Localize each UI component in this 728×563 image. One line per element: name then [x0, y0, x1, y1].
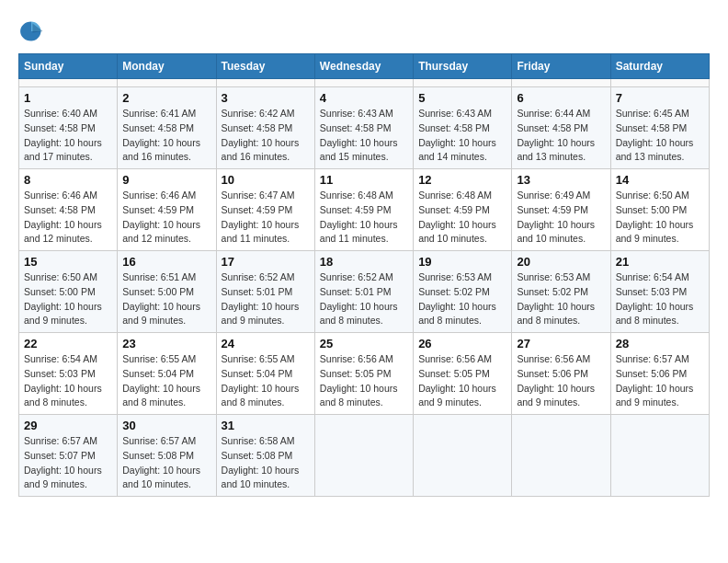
calendar-cell: 22Sunrise: 6:54 AMSunset: 5:03 PMDayligh… — [19, 333, 118, 415]
calendar-cell: 28Sunrise: 6:57 AMSunset: 5:06 PMDayligh… — [610, 333, 709, 415]
calendar-cell: 4Sunrise: 6:43 AMSunset: 4:58 PMDaylight… — [314, 87, 413, 169]
calendar-cell: 5Sunrise: 6:43 AMSunset: 4:58 PMDaylight… — [414, 87, 512, 169]
calendar-cell: 14Sunrise: 6:50 AMSunset: 5:00 PMDayligh… — [610, 169, 709, 251]
calendar-cell: 11Sunrise: 6:48 AMSunset: 4:59 PMDayligh… — [314, 169, 413, 251]
day-number: 24 — [222, 337, 310, 350]
day-number: 14 — [616, 173, 704, 187]
day-info: Sunrise: 6:57 AMSunset: 5:06 PMDaylight:… — [616, 352, 704, 410]
day-number: 6 — [517, 91, 605, 105]
col-header-wednesday: Wednesday — [314, 54, 413, 79]
day-info: Sunrise: 6:42 AMSunset: 4:58 PMDaylight:… — [222, 107, 310, 165]
day-number: 23 — [122, 337, 210, 350]
col-header-sunday: Sunday — [19, 54, 118, 79]
logo — [18, 18, 48, 44]
calendar-cell: 24Sunrise: 6:55 AMSunset: 5:04 PMDayligh… — [216, 333, 314, 415]
col-header-tuesday: Tuesday — [216, 54, 314, 79]
day-info: Sunrise: 6:43 AMSunset: 4:58 PMDaylight:… — [320, 107, 408, 165]
calendar-cell: 30Sunrise: 6:57 AMSunset: 5:08 PMDayligh… — [118, 415, 216, 497]
calendar-cell: 9Sunrise: 6:46 AMSunset: 4:59 PMDaylight… — [118, 169, 216, 251]
calendar-cell: 7Sunrise: 6:45 AMSunset: 4:58 PMDaylight… — [610, 87, 709, 169]
calendar-cell — [314, 79, 413, 87]
day-info: Sunrise: 6:46 AMSunset: 4:58 PMDaylight:… — [24, 189, 112, 247]
day-info: Sunrise: 6:50 AMSunset: 5:00 PMDaylight:… — [24, 270, 112, 328]
calendar-week-row: 15Sunrise: 6:50 AMSunset: 5:00 PMDayligh… — [19, 251, 710, 333]
day-number: 22 — [24, 337, 112, 350]
calendar-cell: 2Sunrise: 6:41 AMSunset: 4:58 PMDaylight… — [118, 87, 216, 169]
calendar-cell — [216, 79, 314, 87]
calendar-cell — [610, 79, 709, 87]
calendar-cell: 16Sunrise: 6:51 AMSunset: 5:00 PMDayligh… — [118, 251, 216, 333]
day-number: 20 — [517, 255, 605, 269]
calendar-week-row: 22Sunrise: 6:54 AMSunset: 5:03 PMDayligh… — [19, 333, 710, 415]
day-number: 5 — [418, 91, 506, 105]
day-number: 13 — [517, 173, 605, 187]
calendar-cell: 21Sunrise: 6:54 AMSunset: 5:03 PMDayligh… — [610, 251, 709, 333]
day-info: Sunrise: 6:57 AMSunset: 5:08 PMDaylight:… — [122, 434, 210, 492]
calendar-cell: 15Sunrise: 6:50 AMSunset: 5:00 PMDayligh… — [19, 251, 118, 333]
day-info: Sunrise: 6:41 AMSunset: 4:58 PMDaylight:… — [122, 107, 210, 165]
calendar-cell: 23Sunrise: 6:55 AMSunset: 5:04 PMDayligh… — [118, 333, 216, 415]
day-number: 30 — [122, 419, 210, 432]
day-info: Sunrise: 6:45 AMSunset: 4:58 PMDaylight:… — [616, 107, 704, 165]
day-info: Sunrise: 6:58 AMSunset: 5:08 PMDaylight:… — [222, 434, 310, 492]
calendar-week-row: 8Sunrise: 6:46 AMSunset: 4:58 PMDaylight… — [19, 169, 710, 251]
day-info: Sunrise: 6:40 AMSunset: 4:58 PMDaylight:… — [24, 107, 112, 165]
day-info: Sunrise: 6:46 AMSunset: 4:59 PMDaylight:… — [122, 189, 210, 247]
day-number: 7 — [616, 91, 704, 105]
calendar-table: SundayMondayTuesdayWednesdayThursdayFrid… — [18, 53, 710, 497]
calendar-cell: 3Sunrise: 6:42 AMSunset: 4:58 PMDaylight… — [216, 87, 314, 169]
day-number: 31 — [222, 419, 310, 432]
calendar-cell: 18Sunrise: 6:52 AMSunset: 5:01 PMDayligh… — [314, 251, 413, 333]
day-info: Sunrise: 6:48 AMSunset: 4:59 PMDaylight:… — [320, 189, 408, 247]
day-info: Sunrise: 6:53 AMSunset: 5:02 PMDaylight:… — [418, 270, 506, 328]
calendar-cell: 31Sunrise: 6:58 AMSunset: 5:08 PMDayligh… — [216, 415, 314, 497]
day-number: 1 — [24, 91, 112, 105]
header-row: SundayMondayTuesdayWednesdayThursdayFrid… — [19, 54, 710, 79]
calendar-cell — [512, 415, 610, 497]
col-header-monday: Monday — [118, 54, 216, 79]
day-info: Sunrise: 6:49 AMSunset: 4:59 PMDaylight:… — [517, 189, 605, 247]
col-header-thursday: Thursday — [414, 54, 512, 79]
calendar-cell — [512, 79, 610, 87]
calendar-cell: 25Sunrise: 6:56 AMSunset: 5:05 PMDayligh… — [314, 333, 413, 415]
day-info: Sunrise: 6:52 AMSunset: 5:01 PMDaylight:… — [222, 270, 310, 328]
day-info: Sunrise: 6:47 AMSunset: 4:59 PMDaylight:… — [222, 189, 310, 247]
day-info: Sunrise: 6:54 AMSunset: 5:03 PMDaylight:… — [24, 352, 112, 410]
calendar-cell: 12Sunrise: 6:48 AMSunset: 4:59 PMDayligh… — [414, 169, 512, 251]
day-number: 19 — [418, 255, 506, 269]
day-info: Sunrise: 6:43 AMSunset: 4:58 PMDaylight:… — [418, 107, 506, 165]
calendar-cell: 29Sunrise: 6:57 AMSunset: 5:07 PMDayligh… — [19, 415, 118, 497]
day-info: Sunrise: 6:57 AMSunset: 5:07 PMDaylight:… — [24, 434, 112, 492]
calendar-cell: 8Sunrise: 6:46 AMSunset: 4:58 PMDaylight… — [19, 169, 118, 251]
day-number: 21 — [616, 255, 704, 269]
calendar-cell: 17Sunrise: 6:52 AMSunset: 5:01 PMDayligh… — [216, 251, 314, 333]
day-number: 16 — [122, 255, 210, 269]
day-info: Sunrise: 6:56 AMSunset: 5:06 PMDaylight:… — [517, 352, 605, 410]
day-number: 9 — [122, 173, 210, 187]
day-info: Sunrise: 6:55 AMSunset: 5:04 PMDaylight:… — [122, 352, 210, 410]
calendar-cell — [414, 415, 512, 497]
day-info: Sunrise: 6:52 AMSunset: 5:01 PMDaylight:… — [320, 270, 408, 328]
day-number: 3 — [222, 91, 310, 105]
day-number: 15 — [24, 255, 112, 269]
day-info: Sunrise: 6:50 AMSunset: 5:00 PMDaylight:… — [616, 189, 704, 247]
calendar-cell: 13Sunrise: 6:49 AMSunset: 4:59 PMDayligh… — [512, 169, 610, 251]
calendar-cell — [314, 415, 413, 497]
calendar-cell — [118, 79, 216, 87]
calendar-week-row: 1Sunrise: 6:40 AMSunset: 4:58 PMDaylight… — [19, 87, 710, 169]
calendar-cell: 10Sunrise: 6:47 AMSunset: 4:59 PMDayligh… — [216, 169, 314, 251]
day-info: Sunrise: 6:48 AMSunset: 4:59 PMDaylight:… — [418, 189, 506, 247]
page-header — [18, 18, 710, 44]
day-info: Sunrise: 6:54 AMSunset: 5:03 PMDaylight:… — [616, 270, 704, 328]
day-number: 10 — [222, 173, 310, 187]
day-info: Sunrise: 6:51 AMSunset: 5:00 PMDaylight:… — [122, 270, 210, 328]
day-info: Sunrise: 6:56 AMSunset: 5:05 PMDaylight:… — [418, 352, 506, 410]
col-header-friday: Friday — [512, 54, 610, 79]
day-number: 2 — [122, 91, 210, 105]
calendar-cell: 1Sunrise: 6:40 AMSunset: 4:58 PMDaylight… — [19, 87, 118, 169]
day-number: 18 — [320, 255, 408, 269]
day-number: 17 — [222, 255, 310, 269]
day-number: 29 — [24, 419, 112, 432]
day-number: 26 — [418, 337, 506, 350]
calendar-week-row: 29Sunrise: 6:57 AMSunset: 5:07 PMDayligh… — [19, 415, 710, 497]
